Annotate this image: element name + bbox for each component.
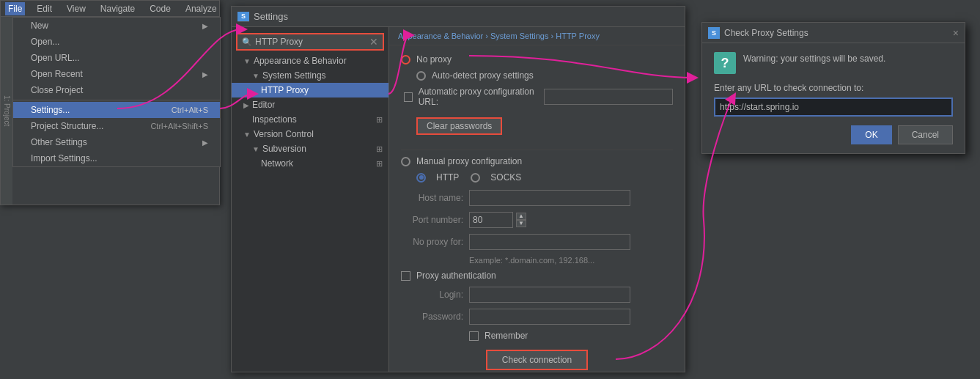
password-input[interactable] <box>469 309 630 325</box>
host-name-label: Host name: <box>401 193 463 203</box>
no-proxy-radio[interactable] <box>401 55 410 65</box>
menu-project-structure[interactable]: Project Structure... Ctrl+Alt+Shift+S <box>13 118 220 134</box>
remember-checkbox[interactable] <box>469 331 479 341</box>
tree-item-version-control[interactable]: ▼ Version Control <box>232 127 388 141</box>
manual-proxy-radio[interactable] <box>401 157 410 166</box>
port-spinner: ▲ ▼ <box>516 213 526 227</box>
menu-open[interactable]: Open... <box>13 34 220 50</box>
separator-proxy <box>401 150 673 150</box>
menu-other-settings[interactable]: Other Settings <box>13 134 220 150</box>
menu-analyze[interactable]: Analyze <box>183 2 220 15</box>
dialog-close-button[interactable]: × <box>953 27 959 39</box>
proxy-auth-row[interactable]: Proxy authentication <box>401 271 673 281</box>
remember-label: Remember <box>485 331 528 341</box>
http-proxy-content: No proxy Auto-detect proxy settings Auto… <box>389 45 685 372</box>
separator-1 <box>13 100 220 100</box>
manual-proxy-label: Manual proxy configuration <box>416 156 522 166</box>
auto-config-checkbox[interactable] <box>404 92 413 102</box>
check-connection-button[interactable]: Check connection <box>486 350 588 370</box>
manual-proxy-option[interactable]: Manual proxy configuration <box>401 156 673 166</box>
menu-import-settings-label: Import Settings... <box>31 153 97 163</box>
auto-detect-option[interactable]: Auto-detect proxy settings <box>401 70 673 81</box>
menu-open-url-label: Open URL... <box>31 53 80 63</box>
tree-item-network[interactable]: Network ⊞ <box>232 156 388 171</box>
proxy-auth-checkbox[interactable] <box>401 271 410 281</box>
socks-radio-option[interactable]: SOCKS <box>471 172 521 183</box>
auto-detect-label: Auto-detect proxy settings <box>432 70 534 81</box>
host-name-input[interactable] <box>469 190 630 206</box>
tree-group-http-proxy: HTTP Proxy <box>232 83 388 97</box>
login-input[interactable] <box>469 287 630 303</box>
menu-edit[interactable]: Edit <box>34 2 55 15</box>
menu-open-label: Open... <box>31 37 59 47</box>
menu-settings-shortcut: Ctrl+Alt+S <box>172 106 208 114</box>
port-down-button[interactable]: ▼ <box>516 220 526 227</box>
menu-view[interactable]: View <box>64 2 89 15</box>
menu-navigate[interactable]: Navigate <box>97 2 138 15</box>
arrow-icon-sv: ▼ <box>252 145 259 153</box>
socks-radio[interactable] <box>471 173 480 183</box>
tree-item-subversion[interactable]: ▼ Subversion ⊞ <box>232 141 388 156</box>
tree-group-network: Network ⊞ <box>232 156 388 171</box>
menu-new-label: New <box>31 21 48 31</box>
menu-open-recent[interactable]: Open Recent <box>13 66 220 82</box>
menu-open-recent-label: Open Recent <box>31 69 83 79</box>
port-number-input[interactable] <box>469 212 513 228</box>
http-radio[interactable] <box>416 173 426 183</box>
menu-project-structure-shortcut: Ctrl+Alt+Shift+S <box>150 122 208 130</box>
tree-label-subversion: Subversion <box>262 144 373 154</box>
socks-label: SOCKS <box>490 172 521 183</box>
tree-label-inspections: Inspections <box>252 114 373 125</box>
ide-panel: File Edit View Navigate Code Analyze 1: … <box>0 0 220 205</box>
tree-label-editor: Editor <box>252 100 383 110</box>
menu-file[interactable]: File <box>5 2 25 15</box>
tree-item-inspections[interactable]: Inspections ⊞ <box>232 112 388 127</box>
menu-close-project[interactable]: Close Project <box>13 82 220 98</box>
warning-icon: ? <box>714 52 736 74</box>
menu-code[interactable]: Code <box>147 2 174 15</box>
menu-new[interactable]: New <box>13 18 220 34</box>
login-row: Login: <box>401 287 673 303</box>
menu-settings-label: Settings... <box>31 105 70 115</box>
tree-item-system-settings[interactable]: ▼ System Settings <box>232 68 388 83</box>
auto-config-row: Automatic proxy configuration URL: <box>401 87 673 107</box>
dialog-title-group: S Check Proxy Settings <box>708 27 808 39</box>
menu-import-settings[interactable]: Import Settings... <box>13 150 220 166</box>
tree-label-version-control: Version Control <box>254 129 383 139</box>
search-input[interactable] <box>255 37 369 47</box>
dialog-cancel-button[interactable]: Cancel <box>898 125 953 144</box>
tree-icon-inspections: ⊞ <box>376 115 383 125</box>
settings-content: Appearance & Behavior › System Settings … <box>389 27 685 372</box>
no-proxy-for-input[interactable] <box>469 234 630 250</box>
remember-row[interactable]: Remember <box>401 331 673 341</box>
tree-item-editor[interactable]: ▶ Editor <box>232 97 388 112</box>
dialog-icon: S <box>708 27 720 39</box>
dialog-title-text: Check Proxy Settings <box>724 28 808 38</box>
tree-icon-network: ⊞ <box>376 159 383 169</box>
tree-item-http-proxy[interactable]: HTTP Proxy <box>232 83 388 97</box>
password-row: Password: <box>401 309 673 325</box>
tree-item-appearance-behavior[interactable]: ▼ Appearance & Behavior <box>232 54 388 68</box>
menu-settings[interactable]: Settings... Ctrl+Alt+S <box>13 102 220 118</box>
search-icon: 🔍 <box>242 37 252 47</box>
dialog-panel: S Check Proxy Settings × ? Warning: your… <box>701 22 965 154</box>
settings-title-icon: S <box>237 12 249 22</box>
no-proxy-option[interactable]: No proxy <box>401 54 673 65</box>
port-up-button[interactable]: ▲ <box>516 213 526 220</box>
auto-detect-radio[interactable] <box>416 71 426 81</box>
clear-search-icon[interactable]: ✕ <box>369 36 378 48</box>
sidebar-label: 1: Project <box>3 95 11 126</box>
dialog-ok-button[interactable]: OK <box>851 125 891 144</box>
menu-open-url[interactable]: Open URL... <box>13 50 220 66</box>
auto-config-label: Automatic proxy configuration URL: <box>419 87 539 107</box>
tree-group-appearance: ▼ Appearance & Behavior ▼ System Setting… <box>232 54 388 97</box>
tree-search-box[interactable]: 🔍 ✕ <box>236 33 384 51</box>
dialog-url-input[interactable] <box>714 97 953 117</box>
http-radio-option[interactable]: HTTP <box>416 172 459 183</box>
dialog-warning-text: Warning: your settings will be saved. <box>743 52 885 65</box>
auto-config-url-input[interactable] <box>544 89 673 105</box>
clear-passwords-button[interactable]: Clear passwords <box>416 117 502 135</box>
password-label: Password: <box>401 312 463 322</box>
port-row: ▲ ▼ <box>469 212 526 228</box>
arrow-icon-2: ▼ <box>252 72 259 80</box>
